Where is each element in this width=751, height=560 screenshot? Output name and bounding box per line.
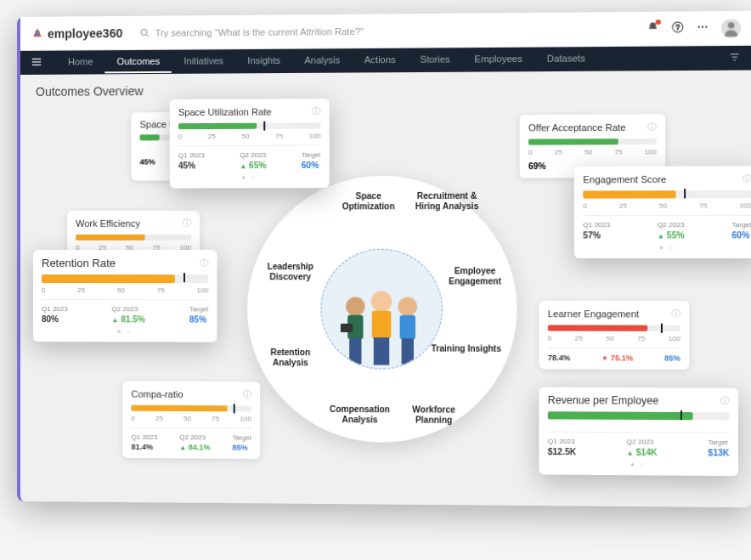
- wheel-illustration: [320, 249, 442, 370]
- notifications-icon[interactable]: [647, 20, 659, 37]
- svg-point-6: [705, 25, 707, 27]
- card-title: Compa-ratio: [131, 389, 183, 399]
- svg-rect-16: [341, 324, 353, 332]
- svg-point-4: [698, 25, 700, 27]
- wheel-recruitment[interactable]: Recruitment & Hiring Analysis: [412, 191, 482, 212]
- card-title: Retention Rate: [42, 257, 116, 269]
- wheel-retention[interactable]: Retention Analysis: [256, 348, 325, 368]
- nav-analysis[interactable]: Analysis: [292, 49, 352, 72]
- outcomes-wheel: Space Optimization Recruitment & Hiring …: [247, 175, 517, 443]
- svg-rect-21: [349, 338, 361, 364]
- card-learner-engagement[interactable]: Learner Engagementⓘ 0255075100 78.4% ▼ 7…: [539, 301, 689, 370]
- info-icon[interactable]: ⓘ: [720, 395, 729, 407]
- svg-rect-23: [402, 338, 414, 364]
- card-revenue-per-employee[interactable]: Revenue per Employeeⓘ Q1 2023$12.5K Q2 2…: [539, 387, 738, 477]
- svg-rect-18: [372, 311, 392, 338]
- card-title: Offer Acceptance Rate: [528, 122, 626, 133]
- hamburger-icon[interactable]: [31, 56, 42, 70]
- card-pager[interactable]: ● ○: [178, 173, 321, 182]
- info-icon[interactable]: ⓘ: [243, 388, 251, 400]
- svg-point-0: [141, 29, 147, 35]
- card-title: Revenue per Employee: [548, 394, 658, 407]
- search-icon: [139, 27, 150, 37]
- card-retention-rate[interactable]: Retention Rateⓘ 0255075100 Q1 202380% Q2…: [33, 250, 217, 342]
- brand-logo[interactable]: eemployee360mployee360: [31, 26, 122, 41]
- card-title: Space Utilization Rate: [178, 106, 272, 117]
- more-icon[interactable]: [697, 20, 709, 37]
- card-title: Work Efficiency: [76, 218, 140, 229]
- info-icon[interactable]: ⓘ: [183, 218, 191, 229]
- svg-point-5: [702, 25, 703, 27]
- app-window: eemployee360mployee360 Try searching "Wh…: [17, 11, 751, 507]
- nav-outcomes[interactable]: Outcomes: [105, 51, 172, 74]
- search-placeholder: Try searching "What is the current Attri…: [155, 25, 364, 37]
- wheel-workforce[interactable]: Workforce Planning: [399, 404, 469, 426]
- nav-tabs: Home Outcomes Initiatives Insights Analy…: [56, 48, 597, 74]
- topbar: eemployee360mployee360 Try searching "Wh…: [20, 11, 751, 51]
- info-icon[interactable]: ⓘ: [647, 122, 656, 133]
- nav-insights[interactable]: Insights: [235, 50, 292, 73]
- brand-name: eemployee360mployee360: [48, 26, 122, 41]
- wheel-compensation[interactable]: Compensation Analysis: [325, 404, 395, 426]
- card-space-utilization[interactable]: Space Utilization Rateⓘ 0255075100 Q1 20…: [170, 99, 330, 189]
- dashboard-canvas: Space Optimization Recruitment & Hiring …: [20, 105, 751, 515]
- svg-point-14: [346, 297, 364, 315]
- nav-initiatives[interactable]: Initiatives: [172, 50, 235, 73]
- svg-point-7: [728, 21, 735, 28]
- svg-point-19: [398, 297, 418, 316]
- svg-text:?: ?: [675, 23, 680, 31]
- wheel-space-optimization[interactable]: Space Optimization: [334, 191, 404, 212]
- info-icon[interactable]: ⓘ: [200, 257, 208, 269]
- svg-line-1: [146, 34, 149, 37]
- card-title: Engagement Score: [583, 174, 666, 185]
- card-title: Learner Engagement: [548, 308, 639, 319]
- nav-home[interactable]: Home: [56, 51, 105, 73]
- search-bar[interactable]: Try searching "What is the current Attri…: [139, 24, 647, 38]
- wheel-leadership[interactable]: Leadership Discovery: [256, 262, 325, 282]
- nav-actions[interactable]: Actions: [352, 49, 408, 72]
- svg-point-17: [371, 291, 392, 311]
- help-icon[interactable]: ?: [671, 20, 684, 37]
- filter-icon[interactable]: [728, 51, 741, 65]
- card-engagement-score[interactable]: Engagement Scoreⓘ 0255075100 Q1 202357% …: [574, 166, 751, 258]
- svg-rect-20: [400, 315, 415, 339]
- user-avatar[interactable]: [721, 19, 741, 38]
- nav-stories[interactable]: Stories: [408, 48, 462, 71]
- svg-rect-22: [374, 337, 389, 365]
- card-compa-ratio[interactable]: Compa-ratioⓘ 0255075100 Q1 202381.4% Q2 …: [122, 382, 260, 459]
- card-pager[interactable]: ● ○: [42, 327, 208, 336]
- wheel-training[interactable]: Training Insights: [432, 343, 501, 354]
- topbar-actions: ?: [647, 19, 741, 38]
- info-icon[interactable]: ⓘ: [312, 105, 320, 117]
- notification-badge: [656, 19, 661, 24]
- info-icon[interactable]: ⓘ: [671, 308, 680, 320]
- info-icon[interactable]: ⓘ: [743, 173, 751, 185]
- nav-employees[interactable]: Employees: [462, 48, 534, 71]
- card-pager[interactable]: ● ○: [583, 244, 751, 252]
- wheel-engagement[interactable]: Employee Engagement: [440, 266, 510, 286]
- page-title: Outcomes Overview: [20, 71, 751, 109]
- card-pager[interactable]: ● ○: [548, 460, 730, 469]
- logo-icon: [31, 26, 44, 40]
- nav-datasets[interactable]: Datasets: [534, 48, 597, 71]
